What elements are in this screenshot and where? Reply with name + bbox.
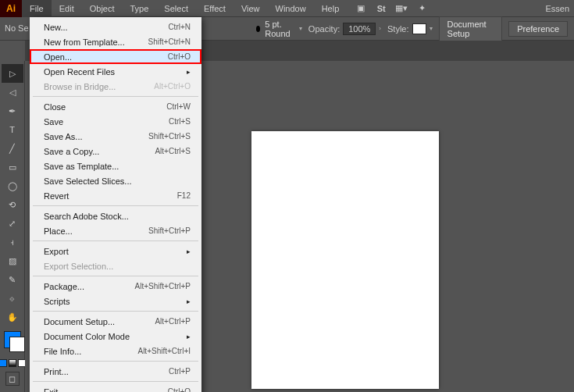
document-setup-button[interactable]: Document Setup [439,16,503,41]
menu-item-label: Save [44,117,63,127]
menu-item-label: Save as Template... [44,162,119,171]
menu-item-save-as-template[interactable]: Save as Template... [30,159,201,173]
gpu-icon[interactable]: ✦ [414,2,430,15]
menu-type[interactable]: Type [123,0,157,17]
menu-help[interactable]: Help [314,0,348,17]
menu-item-export-selection: Export Selection... [30,258,201,273]
draw-mode-button[interactable]: ◻ [5,372,20,386]
direct-selection-tool[interactable]: ◁ [2,83,23,102]
menu-item-revert[interactable]: RevertF12 [30,188,201,203]
menu-item-shortcut: Ctrl+N [168,23,191,31]
chevron-down-icon[interactable]: ▾ [299,25,302,32]
menu-item-save-a-copy[interactable]: Save a Copy...Alt+Ctrl+S [30,144,201,159]
menu-item-label: Document Color Mode [44,332,130,341]
ellipse-tool[interactable]: ◯ [2,176,23,195]
menu-separator [33,96,198,97]
preferences-button[interactable]: Preference [508,21,568,37]
menu-item-shortcut: Ctrl+Q [168,387,191,392]
menu-separator [33,381,198,382]
fill-stroke-swatch[interactable] [4,331,21,348]
menu-item-file-info[interactable]: File Info...Alt+Shift+Ctrl+I [30,344,201,358]
opacity-value[interactable]: 100% [343,23,376,35]
menu-item-label: Document Setup... [44,317,115,326]
stroke-dot-icon [256,26,260,32]
artboard[interactable] [251,131,439,389]
menu-separator [33,311,198,312]
menu-item-save-as[interactable]: Save As...Shift+Ctrl+S [30,129,201,144]
menu-item-label: Export Selection... [44,262,113,271]
rotate-tool[interactable]: ⟲ [2,195,23,214]
menu-item-shortcut: Alt+Shift+Ctrl+P [135,282,191,290]
arrange-icon[interactable]: ▦▾ [394,2,409,15]
menu-item-export[interactable]: Export▸ [30,244,201,258]
menu-item-print[interactable]: Print...Ctrl+P [30,364,201,379]
menu-window[interactable]: Window [268,0,314,17]
menu-item-shortcut: Ctrl+W [166,102,191,111]
menu-item-new-from-template[interactable]: New from Template...Shift+Ctrl+N [30,34,201,49]
menu-item-shortcut: Alt+Ctrl+S [155,147,191,155]
menu-item-save[interactable]: SaveCtrl+S [30,114,201,129]
selection-tool[interactable]: ▷ [2,64,23,83]
menu-object[interactable]: Object [82,0,123,17]
menu-select[interactable]: Select [156,0,196,17]
menu-item-shortcut: F12 [177,191,191,200]
menu-item-shortcut: Alt+Ctrl+O [154,82,191,91]
menu-item-shortcut: Alt+Ctrl+P [155,317,191,326]
pen-tool[interactable]: ✒ [2,102,23,120]
type-tool[interactable]: T [2,120,23,139]
menu-edit[interactable]: Edit [52,0,82,17]
menu-item-exit[interactable]: ExitCtrl+Q [30,384,201,392]
chevron-right-icon[interactable]: › [379,25,381,32]
scale-tool[interactable]: ⤢ [2,214,23,233]
menu-item-shortcut: Ctrl+S [169,117,191,126]
menu-item-scripts[interactable]: Scripts▸ [30,294,201,308]
color-mode-row [0,359,26,367]
menu-item-open-recent-files[interactable]: Open Recent Files▸ [30,64,201,79]
app-icon: Ai [0,0,22,17]
gradient-tool[interactable]: ▨ [2,251,23,270]
menu-item-save-selected-slices[interactable]: Save Selected Slices... [30,173,201,188]
workspace-label[interactable]: Essen [545,4,574,13]
menu-item-shortcut: Shift+Ctrl+P [148,226,191,235]
menu-item-document-color-mode[interactable]: Document Color Mode▸ [30,329,201,344]
bridge-icon[interactable]: ▣ [353,2,369,15]
hand-tool[interactable]: ✋ [2,308,23,326]
rectangle-tool[interactable]: ▭ [2,158,23,176]
opacity-label: Opacity: [308,24,340,34]
menu-item-label: File Info... [44,347,81,356]
menu-item-new[interactable]: New...Ctrl+N [30,20,201,34]
menu-separator [33,205,198,206]
style-label: Style: [387,24,409,34]
color-mode-gradient[interactable] [9,359,16,367]
stroke-profile[interactable]: 5 pt. Round [265,20,294,38]
line-tool[interactable]: ╱ [2,139,23,158]
menu-item-shortcut: Shift+Ctrl+S [148,132,191,141]
chevron-down-icon[interactable]: ▾ [430,25,433,32]
menu-effect[interactable]: Effect [196,0,234,17]
menu-separator [33,361,198,362]
stock-icon[interactable]: St [373,2,389,15]
width-tool[interactable]: ⫞ [2,233,23,251]
color-mode-none[interactable] [18,359,26,367]
menu-item-document-setup[interactable]: Document Setup...Alt+Ctrl+P [30,314,201,329]
menu-item-package[interactable]: Package...Alt+Shift+Ctrl+P [30,279,201,294]
menu-item-search-adobe-stock[interactable]: Search Adobe Stock... [30,208,201,223]
menu-item-label: Save Selected Slices... [44,176,132,186]
menu-item-label: New... [44,23,68,32]
menu-item-close[interactable]: CloseCtrl+W [30,99,201,114]
menu-view[interactable]: View [234,0,268,17]
menu-item-open[interactable]: Open...Ctrl+O [30,49,201,64]
menu-item-label: Scripts [44,297,70,306]
blend-tool[interactable]: ⟐ [2,289,23,308]
menu-item-place[interactable]: Place...Shift+Ctrl+P [30,223,201,238]
menu-item-label: New from Template... [44,37,125,47]
menu-item-label: Save As... [44,132,83,141]
eyedropper-tool[interactable]: ✎ [2,270,23,289]
submenu-arrow-icon: ▸ [187,333,191,340]
color-mode-solid[interactable] [0,359,7,367]
style-swatch[interactable] [412,23,426,34]
menu-item-label: Export [44,247,69,256]
menu-file[interactable]: File [22,0,52,17]
menu-item-label: Exit [44,387,58,393]
menu-separator [33,276,198,276]
